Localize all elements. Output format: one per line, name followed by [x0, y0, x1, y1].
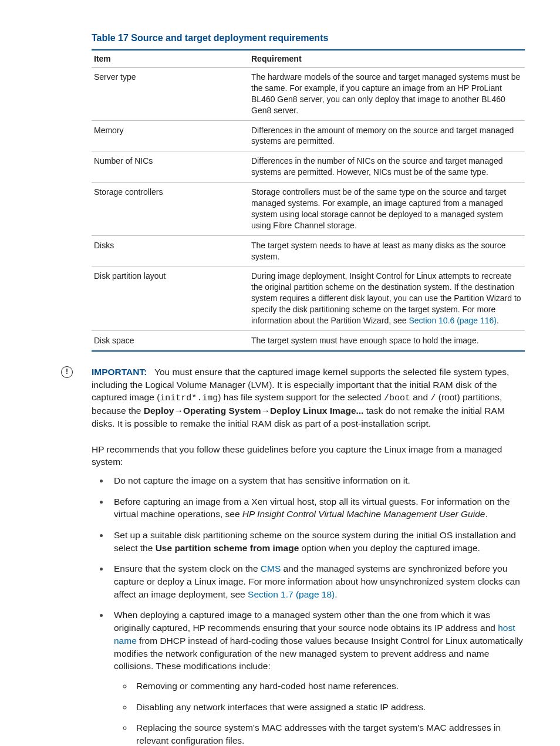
table-row: Disks The target system needs to have at…: [92, 235, 525, 266]
sub-list: Removing or commenting any hard-coded ho…: [116, 680, 525, 746]
table-row: Disk partition layout During image deplo…: [92, 266, 525, 330]
cell-req: Storage controllers must be of the same …: [249, 183, 525, 236]
table-row: Number of NICs Differences in the number…: [92, 151, 525, 183]
doc-title-italic: HP Insight Control Virtual Machine Manag…: [242, 509, 485, 519]
guidelines-intro: HP recommends that you follow these guid…: [92, 443, 525, 468]
important-note: ! IMPORTANT: You must ensure that the ca…: [92, 366, 525, 430]
cell-item: Disk space: [92, 330, 249, 350]
cell-item: Storage controllers: [92, 183, 249, 236]
cell-req: The target system must have enough space…: [249, 330, 525, 350]
list-item: Removing or commenting any hard-coded ho…: [133, 680, 525, 693]
list-item: Do not capture the image on a system tha…: [109, 474, 525, 487]
header-requirement: Requirement: [249, 50, 525, 67]
table-title: Table 17 Source and target deployment re…: [92, 33, 525, 43]
cell-req: During image deployment, Insight Control…: [249, 266, 525, 330]
cell-req: The hardware models of the source and ta…: [249, 67, 525, 121]
list-item: Set up a suitable disk partitioning sche…: [109, 529, 525, 554]
cell-item: Disks: [92, 235, 249, 266]
list-item: Replacing the source system's MAC addres…: [133, 721, 525, 746]
list-item: Disabling any network interfaces that we…: [133, 701, 525, 714]
important-icon: !: [61, 366, 73, 378]
list-item: When deploying a captured image to a man…: [109, 609, 525, 746]
list-item: Before capturing an image from a Xen vir…: [109, 495, 525, 521]
table-row: Server type The hardware models of the s…: [92, 67, 525, 121]
code-initrd: initrd*.img: [160, 393, 218, 403]
important-label: IMPORTANT:: [92, 367, 147, 377]
cell-item: Server type: [92, 67, 249, 121]
cell-item: Disk partition layout: [92, 266, 249, 330]
requirements-table: Item Requirement Server type The hardwar…: [92, 49, 525, 352]
cell-item: Memory: [92, 120, 249, 151]
header-item: Item: [92, 50, 249, 67]
page: Table 17 Source and target deployment re…: [0, 0, 560, 746]
table-row: Memory Differences in the amount of memo…: [92, 120, 525, 151]
cell-item: Number of NICs: [92, 151, 249, 183]
menu-path: Deploy→Operating System→Deploy Linux Ima…: [144, 406, 364, 416]
option-bold: Use partition scheme from image: [156, 543, 299, 553]
table-row: Disk space The target system must have e…: [92, 330, 525, 350]
link-section-1-7[interactable]: Section 1.7 (page 18): [248, 589, 335, 599]
list-item: Ensure that the system clock on the CMS …: [109, 562, 525, 600]
table-header-row: Item Requirement: [92, 50, 525, 67]
cell-req: The target system needs to have at least…: [249, 235, 525, 266]
table-row: Storage controllers Storage controllers …: [92, 183, 525, 236]
cell-req: Differences in the number of NICs on the…: [249, 151, 525, 183]
link-cms[interactable]: CMS: [261, 563, 281, 573]
guidelines-list: Do not capture the image on a system tha…: [92, 474, 525, 746]
link-section-10-6[interactable]: Section 10.6 (page 116): [409, 316, 496, 325]
code-boot: /boot: [384, 393, 410, 403]
cell-req: Differences in the amount of memory on t…: [249, 120, 525, 151]
